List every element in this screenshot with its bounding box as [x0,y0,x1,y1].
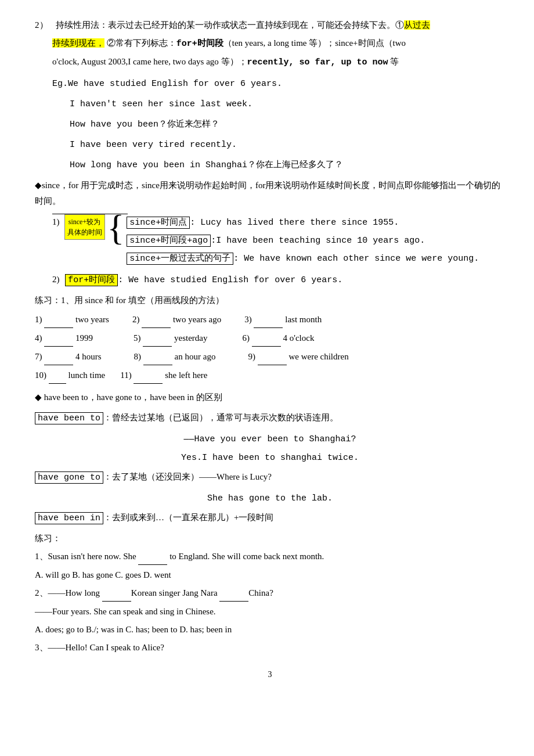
example-4: I have been very tired recently. [35,137,505,153]
ex2-q1: 1、Susan isn't here now. She to England. … [35,549,505,565]
for-time-period-label: for+时间段 [65,274,118,286]
have-been-in-label: have been in [35,512,103,524]
blank-11 [134,368,163,384]
section-2-title: 2） 持续性用法：表示过去已经开始的某一动作或状态一直持续到现在，可能还会持续下… [35,17,505,33]
blank-2 [142,312,171,328]
blank-6 [252,330,281,347]
blank-3 [254,312,283,328]
since-time-period-ago-label: since+时间段+ago [127,235,211,247]
highlight-text-2: 持续到现在， [52,38,104,48]
have-gone-to-section: have gone to：去了某地（还没回来）——Where is Lucy? [35,469,505,485]
exercise-row-3: 7) 4 hours 8) an hour ago 9) we were chi… [35,349,505,365]
blank-4 [44,330,73,347]
since-for-note: ◆since，for 用于完成时态，since用来说明动作起始时间，for用来说… [35,178,505,209]
blank-q1 [138,549,167,565]
blank-8 [143,349,172,365]
ex-item-3: 3) last month [244,312,322,328]
have-been-to-label: have been to [35,412,103,424]
have-been-in-section: have been in：去到或来到…（一直呆在那儿）+一段时间 [35,510,505,526]
recently-marker: recently, so far, up to now [247,57,388,67]
example-5: How long have you been in Shanghai？你在上海已… [35,157,505,173]
ex-item-11: 11) she left here [120,368,207,384]
for-section: 2) for+时间段: We have studied English for … [52,272,505,288]
section-2-since-note: o'clock, August 2003,I came here, two da… [52,54,505,70]
distinction-section: ◆ have been to，have gone to，have been in… [35,390,505,405]
highlight-text-1: 从过去 [404,20,430,30]
ex-item-5: 5) yesterday [134,330,207,347]
blank-1 [44,312,73,328]
blank-9 [258,349,287,365]
since-brace: { [107,210,125,246]
for-marker: for+时间段 [176,39,223,49]
section-2-header: 2） 持续性用法：表示过去已经开始的某一动作或状态一直持续到现在，可能还会持续下… [35,17,505,70]
ex-item-2: 2) two years ago [132,312,221,328]
have-gone-to-def: ：去了某地（还没回来）——Where is Lucy? [103,472,272,481]
blank-7 [44,349,73,365]
hgt-example-1: She has gone to the lab. [35,490,505,506]
since-item-2: since+时间段+ago:I have been teaching since… [127,232,505,249]
example-1: Eg.We have studied English for over 6 ye… [35,76,505,92]
since-past-tense-label: since+一般过去式的句子 [127,253,233,265]
blank-q2b [219,585,248,602]
ex2-q3: 3、——Hello! Can I speak to Alice? [35,640,505,656]
exercise-row-1: 1) two years 2) two years ago 3) last mo… [35,312,505,328]
since-items-container: since+时间点: Lucy has lived there there si… [127,214,505,268]
blank-5 [143,330,172,347]
ex-item-8: 8) an hour ago [134,349,216,365]
ex2-q1-opts: A. will go B. has gone C. goes D. went [35,567,505,583]
hbt-example-1: ——Have you ever been to Shanghai? [35,431,505,447]
since-time-point-label: since+时间点 [127,217,190,229]
ex-item-1: 1) two years [35,312,109,328]
exercise-1-title: 练习：1、用 since 和 for 填空（用画线段的方法） [35,293,505,308]
item-1-number: 1) [52,214,60,230]
section-2-highlight-cont: 持续到现在， ②常有下列标志：for+时间段（ten years, a long… [52,35,505,52]
have-been-to-def: ：曾经去过某地（已返回），通常可与表示次数的状语连用。 [103,413,338,422]
exercise-row-4: 10) lunch time 11) she left here [35,368,505,384]
have-gone-to-label: have gone to [35,471,103,484]
ex2-q2-opts: A. does; go to B./; was in C. has; been … [35,622,505,638]
have-been-to-section: have been to：曾经去过某地（已返回），通常可与表示次数的状语连用。 [35,410,505,426]
blank-10 [49,368,66,384]
page-number: 3 [35,667,505,682]
exercise-2-block: 练习： 1、Susan isn't here now. She to Engla… [35,531,505,656]
example-2: I haven't seen her since last week. [35,96,505,112]
since-block: 1) since+较为 具体的时间 { since+时间点: Lucy has … [35,214,505,268]
distinction-title: ◆ have been to，have gone to，have been in… [35,390,505,405]
ex-item-4: 4) 1999 [35,330,93,347]
since-item-1: since+时间点: Lucy has lived there there si… [127,214,505,231]
ex-item-6: 6) 4 o'clock [242,330,314,347]
exercise-row-2: 4) 1999 5) yesterday 6) 4 o'clock [35,330,505,347]
example-3: How have you been？你近来怎样？ [35,117,505,132]
ex-item-9: 9) we were children [248,349,348,365]
ex2-q2-part2: ——Four years. She can speak and sing in … [35,604,505,620]
ex-item-10: 10) lunch time [35,368,105,384]
exercise-1-block: 练习：1、用 since 和 for 填空（用画线段的方法） 1) two ye… [35,293,505,384]
exercise-2-title: 练习： [35,531,505,546]
have-been-in-def: ：去到或来到…（一直呆在那儿）+一段时间 [103,513,273,522]
ex-item-7: 7) 4 hours [35,349,102,365]
hbt-example-2: Yes.I have been to shanghai twice. [35,449,505,466]
blank-q2a [102,585,131,602]
ex2-q2-part1: 2、——How long Korean singer Jang Nara Chi… [35,585,505,602]
since-item-3: since+一般过去式的句子: We have known each other… [127,250,505,267]
since-sidebar-label: since+较为 具体的时间 [64,214,105,240]
